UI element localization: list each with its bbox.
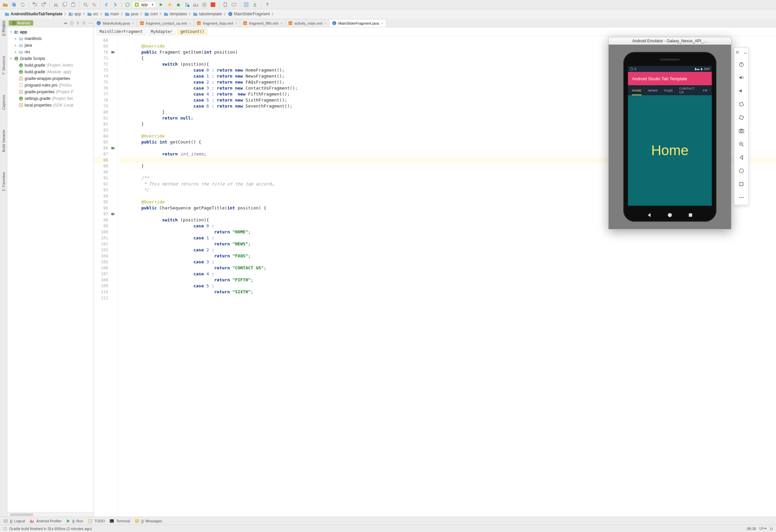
- tree-node[interactable]: build.gradle (Module: app): [9, 68, 93, 75]
- target-icon[interactable]: [69, 21, 74, 25]
- editor-tab[interactable]: <>fragment_fifth.xml×: [240, 19, 285, 27]
- run-icon[interactable]: [157, 1, 165, 8]
- app-tab[interactable]: FIF: [700, 85, 711, 95]
- bottom-tool-tab[interactable]: TODO: [88, 519, 105, 523]
- tree-node[interactable]: build.gradle (Project: Andro: [9, 62, 93, 68]
- emulator-minimize-icon[interactable]: [743, 50, 748, 55]
- tree-scrollbar[interactable]: [7, 512, 93, 517]
- tree-node[interactable]: gradle.properties (Project P: [9, 88, 93, 95]
- tree-node[interactable]: proguard-rules.pro (ProGu: [9, 82, 93, 88]
- avd-icon[interactable]: [221, 1, 229, 8]
- project-tree[interactable]: ▾app▸manifests▸java▸res▾Gradle Scriptsbu…: [7, 27, 93, 512]
- cut-icon[interactable]: [52, 1, 60, 8]
- bottom-tool-tab[interactable]: Android Profiler: [30, 519, 61, 523]
- close-icon[interactable]: ×: [132, 21, 134, 25]
- breadcrumb-item[interactable]: CMainSliderFragment: [226, 12, 272, 16]
- emulator-close-icon[interactable]: [735, 50, 740, 55]
- event-log-icon[interactable]: ▢: [3, 526, 7, 531]
- editor-tab[interactable]: CMainActivity.java×: [94, 19, 137, 27]
- editor-tab[interactable]: <>fragment_contact_us.xml×: [137, 19, 194, 27]
- close-icon[interactable]: ×: [324, 21, 326, 25]
- breadcrumb-item[interactable]: com: [143, 12, 160, 16]
- home-key-icon[interactable]: [667, 212, 672, 218]
- tool-window-tab[interactable]: 2: Favorites: [2, 172, 6, 191]
- tree-node[interactable]: ▸java: [9, 42, 93, 49]
- tree-node[interactable]: gradle-wrapper.properties: [9, 75, 93, 82]
- coverage-icon[interactable]: [183, 1, 191, 8]
- minimize-icon[interactable]: —: [88, 21, 92, 25]
- breadcrumb-item[interactable]: app: [66, 12, 83, 16]
- find-icon[interactable]: [81, 1, 89, 8]
- tree-node[interactable]: settings.gradle (Project Set: [9, 95, 93, 102]
- back-key-icon[interactable]: [646, 212, 652, 218]
- prev-icon[interactable]: ◂▸: [63, 21, 67, 25]
- volume-up-icon[interactable]: [736, 72, 747, 83]
- replace-icon[interactable]: [90, 1, 98, 8]
- device-screen[interactable]: ◯ ▯ ▮▬ ▮ 3:07 Android Studio Tab Templat…: [628, 66, 712, 206]
- editor-tab[interactable]: <>activity_main.xml×: [285, 19, 330, 27]
- recent-key-icon[interactable]: [688, 212, 693, 218]
- breadcrumb-item[interactable]: java: [123, 12, 141, 16]
- file-encoding[interactable]: U: [770, 527, 773, 531]
- tree-node[interactable]: ▾Gradle Scripts: [9, 55, 93, 62]
- emulator-window[interactable]: Android Emulator - Galaxy_Nexus_API_… ◯ …: [608, 37, 731, 229]
- project-view-selector[interactable]: Android: [9, 20, 33, 26]
- apply-changes-icon[interactable]: [166, 1, 174, 8]
- breadcrumb-item[interactable]: templates: [162, 12, 189, 16]
- override-gutter-icon[interactable]: [111, 212, 116, 216]
- nav-path-item[interactable]: MyAdapter: [148, 29, 175, 35]
- override-gutter-icon[interactable]: [111, 50, 116, 54]
- app-tab[interactable]: FAQS: [661, 85, 676, 95]
- layout-inspector-icon[interactable]: [242, 1, 250, 8]
- close-icon[interactable]: ×: [280, 21, 282, 25]
- run-config-selector[interactable]: app ▼: [132, 1, 156, 8]
- breadcrumb-item[interactable]: src: [85, 12, 101, 16]
- close-icon[interactable]: ×: [235, 21, 237, 25]
- breadcrumb-item[interactable]: AndroidStudioTabTemplate: [3, 12, 64, 16]
- emu-home-icon[interactable]: [736, 165, 747, 176]
- bottom-tool-tab[interactable]: 6: Logcat: [3, 519, 25, 523]
- profile-icon[interactable]: [192, 1, 200, 8]
- screenshot-icon[interactable]: [736, 126, 747, 136]
- tool-window-tab[interactable]: 7: Structure: [2, 56, 6, 75]
- attach-debugger-icon[interactable]: [200, 1, 208, 8]
- editor-tab[interactable]: CMainSliderFragment.java×: [329, 19, 386, 27]
- rotate-left-icon[interactable]: [736, 99, 747, 110]
- sync-icon[interactable]: [19, 1, 27, 8]
- breadcrumb-item[interactable]: tabstemplate: [191, 12, 224, 16]
- nav-path-item[interactable]: getCount(): [177, 29, 207, 35]
- tree-node[interactable]: ▸res: [9, 49, 93, 55]
- collapse-icon[interactable]: ⇕: [76, 21, 79, 25]
- tool-window-tab[interactable]: Captures: [2, 95, 6, 110]
- editor-tab[interactable]: <>fragment_faqs.xml×: [194, 19, 240, 27]
- volume-down-icon[interactable]: [736, 85, 747, 96]
- back-icon[interactable]: [103, 1, 111, 8]
- help-icon[interactable]: ?: [263, 1, 271, 8]
- tool-window-tab[interactable]: 1: Project: [2, 21, 6, 36]
- make-icon[interactable]: [124, 1, 132, 8]
- rotate-right-icon[interactable]: [736, 112, 747, 123]
- power-icon[interactable]: [736, 59, 747, 69]
- android-nav-bar[interactable]: [646, 212, 693, 218]
- save-all-icon[interactable]: [10, 1, 18, 8]
- tree-node[interactable]: local.properties (SDK Locat: [9, 102, 93, 109]
- app-tab[interactable]: HOME: [629, 85, 645, 95]
- download-icon[interactable]: [251, 1, 259, 8]
- sdk-icon[interactable]: [230, 1, 238, 8]
- tool-window-tab[interactable]: Build Variants: [2, 130, 6, 152]
- tree-node[interactable]: ▸manifests: [9, 35, 93, 42]
- app-tab[interactable]: CONTACT US: [676, 85, 700, 95]
- close-icon[interactable]: ×: [189, 21, 191, 25]
- bottom-tool-tab[interactable]: 0: Messages: [135, 519, 162, 523]
- override-gutter-icon[interactable]: [111, 146, 116, 151]
- tree-node[interactable]: ▾app: [9, 29, 93, 35]
- gear-icon[interactable]: [81, 21, 86, 25]
- bottom-tool-tab[interactable]: Terminal: [110, 519, 130, 523]
- paste-icon[interactable]: [69, 1, 77, 8]
- debug-icon[interactable]: [174, 1, 182, 8]
- open-icon[interactable]: [1, 1, 9, 8]
- close-icon[interactable]: ×: [381, 21, 383, 25]
- more-icon[interactable]: [736, 192, 747, 203]
- copy-icon[interactable]: [60, 1, 68, 8]
- line-separator[interactable]: LF≑: [759, 526, 767, 531]
